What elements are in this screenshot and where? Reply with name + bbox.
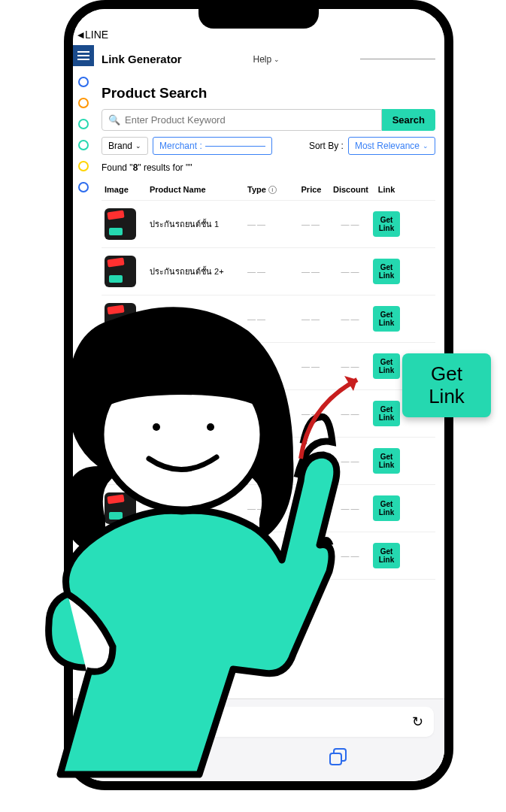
svg-point-2 [153,423,160,431]
product-thumbnail[interactable] [105,256,136,287]
sidebar-dot-3[interactable] [78,140,89,150]
table-row: ประกันรถยนต์ชั้น 1 —— —— —— GetLink [102,201,435,248]
svg-point-3 [207,423,214,431]
product-price: —— [292,267,330,276]
sort-value: Most Relevance [355,141,420,151]
status-app-name[interactable]: LINE [85,29,108,41]
highlighted-get-link-button[interactable]: Get Link [402,353,491,417]
table-row: ประกันรถยนต์ชั้น 2+ —— —— —— GetLink [102,248,435,295]
back-icon[interactable]: ◀ [77,30,83,40]
product-price: —— [292,220,330,229]
search-icon: 🔍 [108,114,120,126]
chevron-down-icon: ⌄ [135,142,141,150]
search-box[interactable]: 🔍 [102,109,382,131]
help-link[interactable]: Help ⌄ [253,54,280,65]
product-thumbnail[interactable] [105,208,136,240]
get-link-button[interactable]: GetLink [373,495,400,521]
results-count: Found "8" results for "" [102,162,435,173]
search-button[interactable]: Search [382,109,435,131]
merchant-label: Merchant : [159,141,202,151]
product-discount: —— [330,267,371,276]
product-name: ประกันรถยนต์ชั้น 2+ [150,265,247,278]
phone-notch [198,8,319,29]
get-link-button[interactable]: GetLink [373,259,400,284]
pointer-arrow [286,361,383,466]
product-type: —— [247,267,292,276]
section-title: Product Search [102,85,435,102]
sidebar-dot-5[interactable] [78,182,89,192]
get-link-button[interactable]: GetLink [373,543,400,568]
get-link-button[interactable]: GetLink [373,211,400,237]
info-icon[interactable]: i [268,186,277,194]
product-type: —— [247,220,292,229]
col-name: Product Name [150,185,247,194]
chevron-down-icon: ⌄ [274,56,280,63]
chevron-down-icon: ⌄ [423,142,429,150]
product-name: ประกันรถยนต์ชั้น 1 [150,217,247,231]
merchant-underline [205,146,265,147]
sidebar-dot-1[interactable] [78,98,89,108]
page-title: Link Generator [102,53,182,65]
col-price: Price [292,185,330,194]
brand-label: Brand [108,141,132,151]
sidebar-dot-0[interactable] [78,77,89,87]
reload-icon[interactable]: ↻ [412,714,423,730]
product-discount: —— [330,220,371,229]
col-discount: Discount [330,185,371,194]
big-get-link-label: Get Link [429,363,465,408]
table-header: Image Product Name Typei Price Discount … [102,179,435,201]
col-link: Link [371,185,401,194]
col-type: Typei [247,185,292,194]
search-row: 🔍 Search [102,109,435,131]
sidebar-dot-4[interactable] [78,161,89,171]
get-link-button[interactable]: GetLink [373,306,400,332]
sort-dropdown[interactable]: Most Relevance ⌄ [348,137,435,155]
filter-row: Brand ⌄ Merchant : Sort By : Most Releva… [102,137,435,155]
header-underline [360,59,435,59]
sidebar-dot-2[interactable] [78,119,89,129]
search-input[interactable] [125,114,375,126]
menu-button[interactable] [73,45,94,66]
merchant-filter[interactable]: Merchant : [153,137,272,155]
header: Link Generator Help ⌄ [102,50,435,73]
sort-label: Sort By : [309,141,344,151]
brand-dropdown[interactable]: Brand ⌄ [102,137,148,155]
col-image: Image [105,185,150,194]
help-label: Help [253,54,272,65]
